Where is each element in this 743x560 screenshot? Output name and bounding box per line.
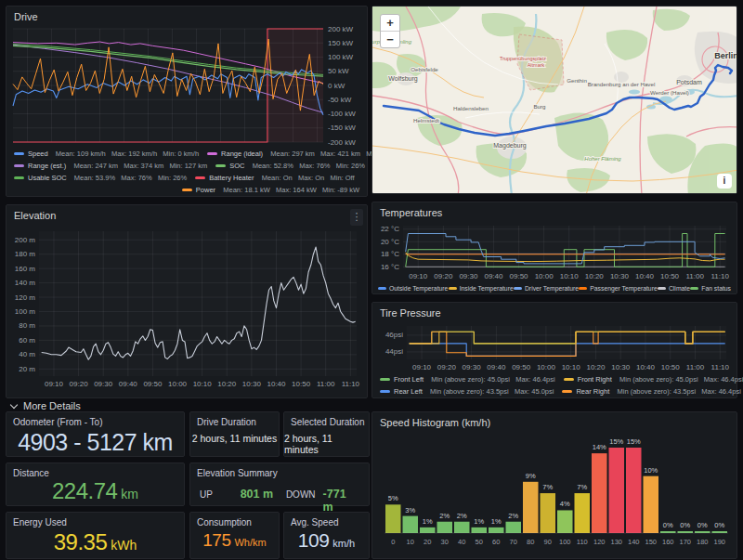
legend-item[interactable]: Rear Right Min (above zero): 43.5psi Max… [562, 387, 740, 396]
svg-text:7%: 7% [542, 483, 553, 491]
svg-text:1%: 1% [423, 517, 433, 526]
route-map[interactable]: WolfsburgOebisfeldeHelmstedtHaldensleben… [372, 7, 737, 194]
svg-text:11:00: 11:00 [686, 363, 705, 371]
svg-text:Potsdam: Potsdam [676, 79, 702, 85]
svg-text:100: 100 [559, 538, 571, 546]
svg-text:09:10: 09:10 [412, 363, 432, 371]
distance-value: 224.74 [52, 478, 117, 504]
svg-text:14%: 14% [593, 443, 606, 451]
svg-text:2%: 2% [508, 512, 518, 520]
legend-color-dash [207, 152, 217, 155]
svg-text:10:50: 10:50 [661, 363, 681, 371]
svg-text:-50 kW: -50 kW [328, 96, 352, 104]
legend-item[interactable]: Battery Heater Mean: On Max: On Min: Off [195, 174, 354, 182]
legend-item[interactable]: Outside Temperature [378, 285, 448, 292]
panel-title-speed-histogram[interactable]: Speed Histogram (km/h) [372, 412, 736, 431]
map-attribution-icon[interactable]: i [717, 174, 732, 189]
panel-drive-duration: Drive Duration 2 hours, 11 minutes [189, 411, 280, 457]
svg-text:11:10: 11:10 [711, 363, 730, 371]
svg-text:-200 kW: -200 kW [328, 138, 356, 147]
legend-item[interactable]: Fan status [690, 285, 731, 292]
stat-title-selected-duration: Selected Duration [284, 412, 369, 427]
svg-text:180 m: 180 m [15, 250, 36, 258]
legend-item[interactable]: Climate [658, 285, 690, 292]
svg-text:Hoher Fläming: Hoher Fläming [584, 156, 621, 162]
legend-color-dash [579, 287, 587, 290]
svg-text:09:20: 09:20 [70, 380, 89, 388]
legend-item[interactable]: Power Mean: 18.1 kW Max: 164 kW Min: -89… [182, 186, 359, 194]
svg-text:Genthin: Genthin [567, 77, 587, 84]
svg-text:0 kW: 0 kW [328, 82, 345, 90]
stat-title-odometer: Odometer (From - To) [7, 412, 184, 427]
svg-text:90: 90 [544, 538, 552, 546]
svg-text:20 m: 20 m [19, 365, 35, 373]
svg-text:09:30: 09:30 [463, 363, 482, 371]
panel-elevation: Elevation ⋮ 09:1009:2009:3009:4009:5010:… [6, 204, 368, 398]
svg-text:09:40: 09:40 [487, 363, 506, 371]
legend-item[interactable]: Speed Mean: 109 km/h Max: 192 km/h Min: … [14, 150, 199, 158]
svg-text:11:00: 11:00 [317, 380, 335, 388]
svg-text:09:30: 09:30 [67, 146, 86, 148]
panel-avg-speed: Avg. Speed 109 km/h [283, 512, 370, 559]
panel-title-tire-pressure[interactable]: Tire Pressure [372, 303, 736, 321]
distance-unit: km [121, 487, 138, 501]
odometer-value: 4903 - 5127 km [18, 429, 173, 456]
zoom-out-button[interactable]: − [381, 32, 399, 47]
svg-text:0%: 0% [663, 521, 673, 529]
svg-text:10: 10 [407, 538, 414, 546]
drive-chart[interactable]: 09:1009:2009:3009:4009:5010:0010:1010:20… [11, 25, 362, 148]
svg-text:0%: 0% [697, 521, 708, 529]
svg-text:09:10: 09:10 [409, 272, 428, 280]
kebab-menu-icon[interactable]: ⋮ [350, 209, 363, 226]
svg-text:16 °C: 16 °C [381, 263, 399, 271]
svg-text:10%: 10% [644, 466, 658, 475]
svg-text:22 °C: 22 °C [381, 225, 399, 233]
svg-text:1%: 1% [474, 517, 484, 526]
svg-text:70: 70 [510, 538, 517, 546]
tire-pressure-chart[interactable]: 09:1009:2009:3009:4009:5010:0010:1010:20… [377, 321, 732, 373]
svg-text:160: 160 [662, 538, 674, 546]
legend-item[interactable]: Front Left Min (above zero): 45.0psi Max… [380, 375, 555, 384]
legend-item[interactable]: Usable SOC Mean: 53.9% Max: 76% Min: 26% [14, 174, 187, 182]
svg-text:09:50: 09:50 [512, 363, 531, 371]
svg-text:Helmstedt: Helmstedt [413, 117, 439, 124]
panel-selected-duration: Selected Duration 2 hours, 11 minutes [283, 411, 370, 457]
legend-color-dash [195, 176, 205, 179]
legend-color-dash [14, 176, 24, 179]
more-details-row-header[interactable]: More Details [6, 399, 737, 412]
panel-title-elevation[interactable]: Elevation [7, 205, 367, 224]
legend-item[interactable]: Rear Left Min (above zero): 43.5psi Max:… [380, 387, 554, 396]
legend-item[interactable]: Range (est.) Mean: 247 km Max: 374 km Mi… [14, 162, 207, 170]
svg-text:09:40: 09:40 [91, 146, 111, 148]
svg-text:09:20: 09:20 [437, 363, 457, 371]
svg-text:120: 120 [593, 538, 606, 546]
svg-text:180: 180 [697, 538, 709, 546]
svg-text:10:10: 10:10 [163, 146, 183, 148]
legend-item[interactable]: Driver Temperature [514, 285, 579, 292]
svg-text:140: 140 [628, 538, 640, 546]
legend-item[interactable]: Inside Temperature [449, 285, 514, 292]
svg-text:18 °C: 18 °C [381, 250, 399, 258]
temperatures-chart[interactable]: 09:1009:2009:3009:4009:5010:0010:1010:20… [377, 221, 732, 282]
svg-text:10:30: 10:30 [610, 272, 630, 280]
legend-item[interactable]: SOC Mean: 52.8% Max: 76% Min: 26% [215, 162, 365, 170]
panel-title-drive[interactable]: Drive [7, 7, 367, 25]
svg-text:09:50: 09:50 [115, 146, 135, 148]
svg-text:40 m: 40 m [19, 350, 35, 358]
panel-title-temperatures[interactable]: Temperatures [372, 202, 736, 221]
svg-text:20: 20 [424, 538, 431, 546]
stat-title-drive-duration: Drive Duration [190, 412, 279, 427]
svg-text:10:00: 10:00 [535, 272, 554, 280]
speed-histogram-chart[interactable]: 5%03%101%202%302%401%501%602%709%807%904… [377, 431, 732, 554]
elevation-down-value: -771 m [323, 488, 359, 514]
legend-item[interactable]: Front Right Min (above zero): 45.0psi Ma… [564, 375, 743, 384]
svg-text:09:10: 09:10 [19, 146, 38, 148]
zoom-in-button[interactable]: + [381, 15, 399, 32]
legend-color-dash [378, 287, 386, 290]
legend-item[interactable]: Passenger Temperature [579, 285, 657, 292]
svg-text:10:40: 10:40 [635, 272, 655, 280]
svg-text:10:10: 10:10 [560, 272, 580, 280]
elevation-chart[interactable]: 09:1009:2009:3009:4009:5010:0010:1010:20… [11, 224, 362, 397]
svg-text:Oebisfelde: Oebisfelde [411, 66, 438, 72]
legend-color-dash [380, 390, 390, 393]
